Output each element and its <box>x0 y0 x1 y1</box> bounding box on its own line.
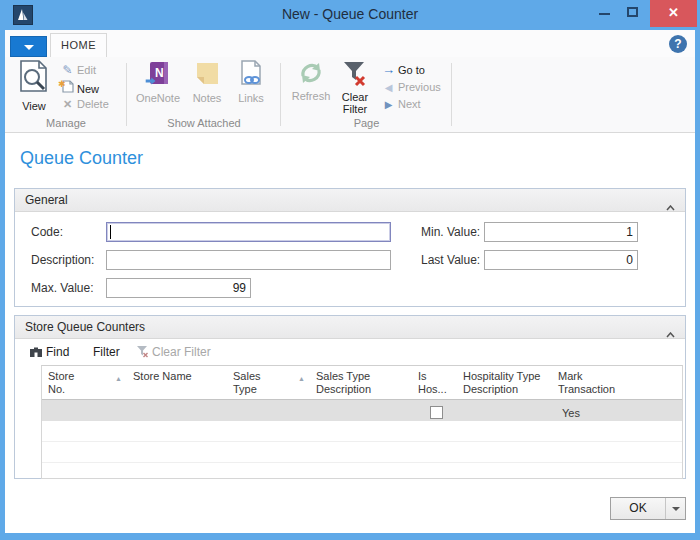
col-mark-transaction[interactable]: MarkTransaction <box>552 366 682 399</box>
max-value-label: Max. Value: <box>31 281 93 295</box>
delete-icon: ✕ <box>60 96 75 112</box>
fasttab-general-header[interactable]: General <box>15 189 685 212</box>
fasttab-store-queue-counters: Store Queue Counters Find Filter Clear F… <box>14 315 686 479</box>
group-label-manage: Manage <box>5 117 127 129</box>
table-row[interactable]: Yes <box>42 400 682 421</box>
table-row-empty[interactable] <box>42 421 682 442</box>
description-label: Description: <box>31 253 94 267</box>
minimize-icon[interactable] <box>599 13 610 15</box>
new-icon: ✱ <box>60 79 75 97</box>
ok-button[interactable]: OK <box>610 497 686 520</box>
goto-arrow-icon: → <box>381 62 396 78</box>
col-is-hospitality[interactable]: IsHos... <box>412 366 457 399</box>
view-button[interactable]: View <box>13 60 55 112</box>
ribbon-group-manage: View ✎Edit ✱ New ✕Delete Manage <box>5 57 127 132</box>
help-icon[interactable]: ? <box>669 35 687 53</box>
text-caret <box>110 225 111 239</box>
previous-icon: ◀ <box>381 80 396 96</box>
description-field[interactable] <box>106 250 391 270</box>
is-hospitality-checkbox[interactable] <box>430 406 443 419</box>
last-value-label: Last Value: <box>421 253 480 267</box>
view-label: View <box>13 100 55 112</box>
fasttab-general: General Code: Min. Value: 1 Description:… <box>14 188 686 307</box>
table-row-empty[interactable] <box>42 463 682 476</box>
col-sales-type[interactable]: SalesType▲ <box>227 366 310 399</box>
col-hospitality-type-description[interactable]: Hospitality TypeDescription <box>457 366 552 399</box>
ribbon-group-show-attached: N OneNote Notes <box>127 57 281 132</box>
chevron-down-icon <box>24 45 34 50</box>
previous-button: ◀Previous <box>381 79 441 96</box>
group-separator <box>451 63 452 126</box>
page-content: Queue Counter General Code: Min. Value: … <box>5 133 695 533</box>
collapse-chevron-icon[interactable] <box>666 324 675 342</box>
clear-filter-icon <box>341 60 369 89</box>
table-header-row: StoreNo.▲ Store Name SalesType▲ Sales Ty… <box>42 366 682 400</box>
find-button[interactable]: Find <box>29 343 69 363</box>
app-menu-button[interactable] <box>10 36 47 57</box>
links-icon <box>239 78 263 90</box>
titlebar[interactable]: New - Queue Counter ✕ <box>0 0 700 30</box>
col-store-name[interactable]: Store Name <box>127 366 227 399</box>
ribbon-group-page: Refresh ClearFilter →Go to ◀Previous ▶Ne… <box>281 57 452 132</box>
list-toolbar: Find Filter Clear Filter <box>23 343 677 363</box>
refresh-button: Refresh <box>289 60 333 102</box>
table-row-empty[interactable] <box>42 442 682 463</box>
store-counters-table: StoreNo.▲ Store Name SalesType▲ Sales Ty… <box>41 365 683 479</box>
clear-filter-list-button: Clear Filter <box>136 343 211 363</box>
collapse-chevron-icon[interactable] <box>666 197 675 215</box>
page-title: Queue Counter <box>20 148 143 169</box>
chevron-down-icon <box>672 507 680 511</box>
binoculars-icon <box>29 346 43 358</box>
clear-filter-small-icon <box>136 345 149 358</box>
col-sales-type-description[interactable]: Sales TypeDescription <box>310 366 412 399</box>
goto-button[interactable]: →Go to <box>381 62 425 79</box>
star-icon: ✱ <box>58 76 66 92</box>
fasttab-store-header[interactable]: Store Queue Counters <box>15 316 685 339</box>
links-button: Links <box>231 60 271 104</box>
col-store-no[interactable]: StoreNo.▲ <box>42 366 127 399</box>
sort-arrow-icon[interactable]: ▲ <box>298 372 305 385</box>
code-field[interactable] <box>106 222 391 242</box>
group-label-page: Page <box>281 117 452 129</box>
maximize-icon[interactable] <box>627 7 638 17</box>
min-value-field[interactable]: 1 <box>484 222 638 242</box>
group-label-show-attached: Show Attached <box>127 117 281 129</box>
code-label: Code: <box>31 225 63 239</box>
mark-transaction-value: Yes <box>552 400 682 423</box>
next-button: ▶Next <box>381 96 421 113</box>
filter-button[interactable]: Filter <box>93 343 120 363</box>
view-icon <box>19 86 49 98</box>
notes-icon <box>195 78 220 90</box>
ok-label: OK <box>611 498 665 519</box>
new-button[interactable]: ✱ New <box>60 79 99 96</box>
ribbon-tab-row: HOME ? <box>5 30 695 57</box>
notes-button: Notes <box>187 60 227 104</box>
svg-text:N: N <box>155 66 164 80</box>
app-window: New - Queue Counter ✕ HOME ? View <box>0 0 700 540</box>
close-icon[interactable]: ✕ <box>650 0 697 27</box>
next-icon: ▶ <box>381 97 396 113</box>
max-value-field[interactable]: 99 <box>106 278 251 298</box>
refresh-icon <box>298 76 324 88</box>
window-title: New - Queue Counter <box>0 6 700 22</box>
tab-home[interactable]: HOME <box>50 33 107 57</box>
fasttab-store-title: Store Queue Counters <box>25 320 145 334</box>
clear-filter-button[interactable]: ClearFilter <box>335 60 375 115</box>
onenote-button: N OneNote <box>133 60 183 104</box>
ribbon: View ✎Edit ✱ New ✕Delete Manage N <box>5 57 695 133</box>
sort-arrow-icon[interactable]: ▲ <box>115 372 122 385</box>
onenote-icon: N <box>145 60 171 90</box>
last-value-field[interactable]: 0 <box>484 250 638 270</box>
delete-button: ✕Delete <box>60 96 109 113</box>
fasttab-general-title: General <box>25 193 68 207</box>
min-value-label: Min. Value: <box>421 225 480 239</box>
ok-dropdown[interactable] <box>665 498 685 519</box>
